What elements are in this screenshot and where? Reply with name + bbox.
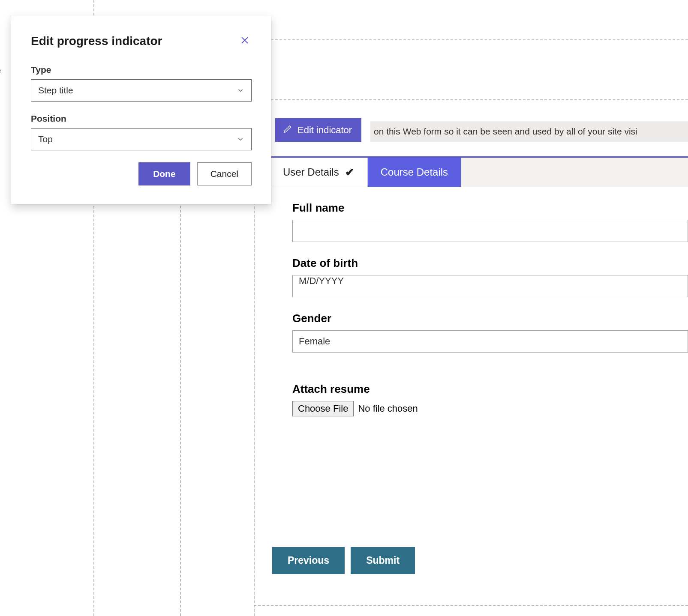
check-icon: ✔ (345, 166, 355, 179)
form-buttons: Previous Submit (272, 547, 415, 574)
info-banner-text: on this Web form so it can be seen and u… (374, 126, 637, 137)
close-icon (240, 40, 250, 47)
step-tab-label: Course Details (381, 166, 448, 178)
chevron-down-icon (237, 87, 244, 94)
field-resume: Attach resume Choose File No file chosen (292, 383, 688, 416)
resume-label: Attach resume (292, 383, 688, 396)
previous-button[interactable]: Previous (272, 547, 345, 574)
position-select[interactable]: Top (31, 128, 252, 150)
submit-button[interactable]: Submit (351, 547, 415, 574)
step-tabs: User Details ✔ Course Details (270, 156, 688, 187)
field-dob: Date of birth M/D/YYYY (292, 257, 688, 297)
full-name-label: Full name (292, 201, 688, 215)
guide-h-top (254, 39, 688, 40)
guide-h-2 (254, 99, 688, 100)
gender-label: Gender (292, 312, 688, 325)
gender-select[interactable]: Female (292, 330, 688, 353)
close-button[interactable] (238, 33, 252, 48)
cancel-button[interactable]: Cancel (197, 162, 252, 185)
step-tab-course-details[interactable]: Course Details (368, 158, 461, 187)
form-area: Full name Date of birth M/D/YYYY Gender … (292, 201, 688, 431)
done-button[interactable]: Done (138, 162, 190, 185)
pencil-icon (283, 124, 292, 136)
full-name-input[interactable] (292, 220, 688, 242)
position-label: Position (31, 114, 252, 124)
edit-indicator-button[interactable]: Edit indicator (275, 118, 361, 142)
position-value: Top (38, 134, 53, 144)
edit-progress-indicator-dialog: Edit progress indicator Type Step title … (11, 15, 271, 204)
guide-v-2 (180, 197, 181, 616)
gender-value: Female (299, 336, 330, 347)
field-gender: Gender Female (292, 312, 688, 353)
edit-indicator-label: Edit indicator (297, 125, 352, 136)
info-banner: on this Web form so it can be seen and u… (370, 121, 688, 142)
type-label: Type (31, 65, 252, 75)
truncated-left-text: e (0, 65, 1, 76)
dob-label: Date of birth (292, 257, 688, 270)
choose-file-button[interactable]: Choose File (292, 401, 354, 416)
type-value: Step title (38, 85, 73, 96)
dob-input[interactable]: M/D/YYYY (292, 275, 688, 297)
step-tab-label: User Details (283, 166, 339, 178)
dob-placeholder: M/D/YYYY (299, 275, 344, 286)
step-tab-filler (461, 158, 688, 187)
step-tab-user-details[interactable]: User Details ✔ (270, 158, 368, 187)
chevron-down-icon (237, 135, 244, 143)
guide-h-bottom (254, 605, 688, 606)
dialog-title: Edit progress indicator (31, 34, 162, 48)
field-full-name: Full name (292, 201, 688, 242)
type-select[interactable]: Step title (31, 79, 252, 102)
file-status-text: No file chosen (358, 403, 418, 414)
